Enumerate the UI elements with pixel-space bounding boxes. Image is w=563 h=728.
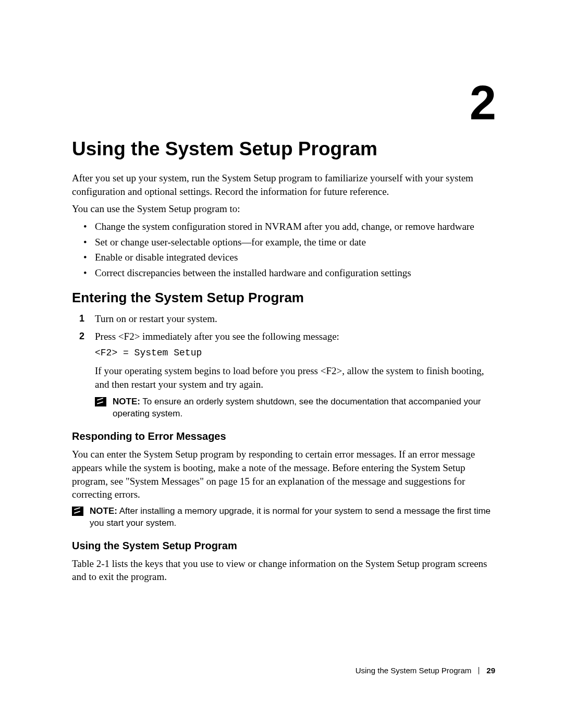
- note-icon: [95, 397, 106, 406]
- note-body: After installing a memory upgrade, it is…: [90, 506, 491, 528]
- note-body: To ensure an orderly system shutdown, se…: [113, 397, 481, 418]
- step-2: Press <F2> immediately after you see the…: [95, 330, 492, 420]
- note-icon: [72, 507, 83, 516]
- footer-divider: [479, 667, 479, 674]
- list-item: Set or change user-selectable options—fo…: [95, 236, 492, 249]
- note-label: NOTE:: [113, 397, 140, 406]
- feature-list: Change the system configuration stored i…: [72, 220, 492, 280]
- code-line: <F2> = System Setup: [95, 347, 492, 359]
- page-footer: Using the System Setup Program 29: [356, 666, 495, 675]
- note-block: NOTE: To ensure an orderly system shutdo…: [95, 396, 492, 420]
- subsection-heading-using: Using the System Setup Program: [72, 540, 492, 552]
- note-label: NOTE:: [90, 506, 117, 516]
- step-text: Press <F2> immediately after you see the…: [95, 331, 339, 342]
- subsection-heading-error: Responding to Error Messages: [72, 430, 492, 442]
- steps-list: Turn on or restart your system. Press <F…: [72, 312, 492, 420]
- list-item: Correct discrepancies between the instal…: [95, 266, 492, 280]
- content-area: Using the System Setup Program After you…: [72, 138, 492, 588]
- step-1: Turn on or restart your system.: [95, 312, 492, 326]
- step-text: Turn on or restart your system.: [95, 313, 217, 324]
- intro-paragraph-1: After you set up your system, run the Sy…: [72, 171, 492, 198]
- error-body: You can enter the System Setup program b…: [72, 448, 492, 501]
- document-page: 2 Using the System Setup Program After y…: [0, 0, 563, 728]
- step-subtext: If your operating system begins to load …: [95, 364, 492, 391]
- note-text: NOTE: After installing a memory upgrade,…: [90, 505, 492, 529]
- note-text: NOTE: To ensure an orderly system shutdo…: [113, 396, 492, 420]
- list-item: Change the system configuration stored i…: [95, 220, 492, 233]
- footer-title: Using the System Setup Program: [356, 666, 472, 675]
- chapter-number: 2: [470, 76, 495, 130]
- section-heading-entering: Entering the System Setup Program: [72, 290, 492, 306]
- using-body: Table 2-1 lists the keys that you use to…: [72, 557, 492, 584]
- page-number: 29: [486, 666, 495, 675]
- note-block: NOTE: After installing a memory upgrade,…: [72, 505, 492, 529]
- list-item: Enable or disable integrated devices: [95, 251, 492, 264]
- chapter-title: Using the System Setup Program: [72, 138, 492, 160]
- intro-paragraph-2: You can use the System Setup program to:: [72, 202, 492, 216]
